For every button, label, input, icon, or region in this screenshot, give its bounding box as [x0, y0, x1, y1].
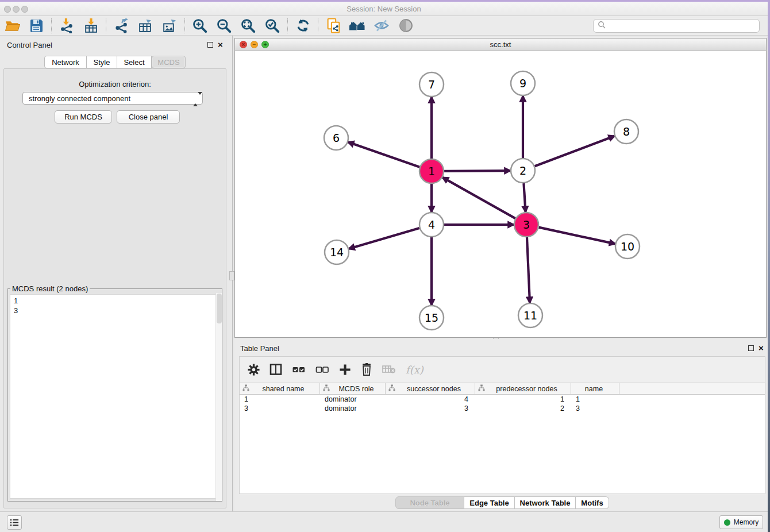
tab-network[interactable]: Network [44, 56, 87, 68]
cell-1-0[interactable]: 3 [240, 404, 320, 413]
close-panel-button[interactable]: Close panel [117, 110, 180, 124]
criterion-select[interactable]: strongly connected component [22, 92, 203, 105]
tab-node-table[interactable]: Node Table [395, 496, 464, 509]
cell-0-4[interactable]: 1 [571, 395, 619, 403]
table-row-1[interactable]: 3dominator323 [240, 404, 765, 413]
table-toolbar: f(x) [240, 357, 765, 382]
edge-1-2[interactable] [444, 171, 510, 171]
search-box[interactable] [593, 19, 760, 33]
column-header-shared-name[interactable]: shared name [240, 383, 320, 394]
duplicate-network-icon[interactable] [325, 17, 342, 34]
close-table-panel-icon[interactable]: × [759, 343, 764, 353]
node-label-1: 1 [428, 165, 435, 178]
node-table-container: f(x) shared name MCDS role successor nod… [239, 356, 765, 494]
select-stepper-icon [193, 95, 198, 103]
export-network-icon[interactable] [113, 17, 130, 34]
mcds-result-text[interactable]: 1 3 [10, 294, 220, 499]
show-columns-icon[interactable] [270, 363, 282, 376]
list-icon [10, 518, 19, 527]
cell-0-0[interactable]: 1 [240, 395, 320, 403]
home-icon[interactable] [349, 17, 366, 34]
hide-graphics-details-icon[interactable] [373, 17, 390, 34]
edge-4-14[interactable] [349, 228, 419, 249]
close-panel-icon[interactable]: × [218, 40, 223, 49]
open-session-icon[interactable] [3, 17, 21, 34]
save-session-icon[interactable] [28, 17, 45, 34]
cell-0-1[interactable]: dominator [320, 395, 386, 403]
memory-label: Memory [734, 518, 759, 526]
column-header-name[interactable]: name [571, 383, 619, 394]
tab-style[interactable]: Style [87, 56, 117, 68]
memory-status-icon [724, 519, 730, 526]
toolbar-separator [287, 18, 288, 33]
edge-3-11[interactable] [527, 237, 530, 303]
show-graphics-details-icon[interactable] [397, 17, 414, 34]
app-title: Session: New Session [0, 5, 768, 13]
deselect-all-icon[interactable] [315, 363, 329, 376]
export-image-icon[interactable] [161, 17, 178, 34]
column-header-successor-nodes[interactable]: successor nodes [386, 383, 475, 394]
add-row-icon[interactable] [339, 364, 351, 376]
edge-3-10[interactable] [539, 228, 615, 244]
run-mcds-button[interactable]: Run MCDS [55, 110, 112, 124]
network-canvas[interactable]: 7968124314101511 [235, 51, 766, 337]
select-all-icon[interactable] [292, 363, 306, 376]
cell-1-1[interactable]: dominator [320, 404, 386, 413]
mcds-result-title: MCDS result (2 nodes) [10, 284, 90, 293]
edge-2-3[interactable] [523, 183, 525, 212]
function-builder-icon: f(x) [406, 364, 424, 376]
edge-2-8[interactable] [535, 136, 615, 166]
criterion-value: strongly connected component [29, 94, 130, 103]
network-list-button[interactable] [7, 515, 22, 530]
result-scrollbar[interactable] [215, 293, 222, 501]
network-window-title: scc.txt [235, 40, 766, 49]
float-table-panel-icon[interactable] [748, 345, 754, 351]
toolbar-separator [184, 18, 185, 33]
node-table: shared name MCDS role successor nodes pr… [240, 383, 765, 494]
optimization-criterion-label: Optimization criterion: [4, 80, 226, 88]
cell-1-2[interactable]: 3 [386, 404, 475, 413]
column-type-icon [388, 384, 395, 393]
refresh-icon[interactable] [294, 17, 311, 34]
node-label-15: 15 [425, 311, 438, 324]
import-network-icon[interactable] [58, 17, 75, 34]
tab-mcds[interactable]: MCDS [152, 56, 186, 68]
table-body: 1dominator4113dominator323 [240, 395, 765, 413]
vertical-divider-grip[interactable] [229, 271, 234, 280]
export-table-icon[interactable] [137, 17, 154, 34]
cell-1-3[interactable]: 2 [475, 404, 571, 413]
zoom-selected-icon[interactable] [264, 17, 281, 34]
edge-1-6[interactable] [348, 142, 419, 167]
table-row-0[interactable]: 1dominator411 [240, 395, 765, 404]
zoom-out-icon[interactable] [215, 17, 233, 34]
cell-0-2[interactable]: 4 [386, 395, 475, 403]
search-input[interactable] [608, 22, 759, 30]
mcds-panel: Optimization criterion: strongly connect… [3, 68, 226, 508]
desktop-edge-right [768, 0, 770, 532]
cell-1-4[interactable]: 3 [571, 404, 619, 413]
column-header-mcds-role[interactable]: MCDS role [320, 383, 386, 394]
tab-motifs[interactable]: Motifs [576, 496, 609, 509]
cell-0-3[interactable]: 1 [475, 395, 571, 403]
memory-button[interactable]: Memory [719, 515, 763, 529]
table-panel: Table Panel × f(x) [234, 339, 768, 511]
node-label-2: 2 [519, 164, 526, 177]
tab-edge-table[interactable]: Edge Table [464, 496, 515, 509]
table-header-row: shared name MCDS role successor nodes pr… [240, 383, 765, 395]
column-header-predecessor-nodes[interactable]: predecessor nodes [475, 383, 571, 394]
node-label-14: 14 [330, 246, 344, 259]
control-panel: Control Panel × Network Style Select MCD… [0, 36, 230, 511]
zoom-fit-icon[interactable] [240, 17, 257, 34]
network-graph[interactable]: 7968124314101511 [235, 51, 766, 337]
toolbar-separator [106, 18, 106, 33]
network-window-titlebar: × − + scc.txt [235, 38, 766, 51]
edge-3-1[interactable] [442, 178, 515, 218]
tab-select[interactable]: Select [117, 56, 152, 68]
tab-network-table[interactable]: Network Table [515, 496, 576, 509]
settings-gear-icon[interactable] [248, 364, 260, 376]
zoom-in-icon[interactable] [191, 17, 209, 34]
float-panel-icon[interactable] [207, 42, 213, 48]
import-table-icon[interactable] [82, 17, 99, 34]
delete-row-icon[interactable] [361, 363, 372, 376]
toolbar-separator [318, 18, 318, 33]
